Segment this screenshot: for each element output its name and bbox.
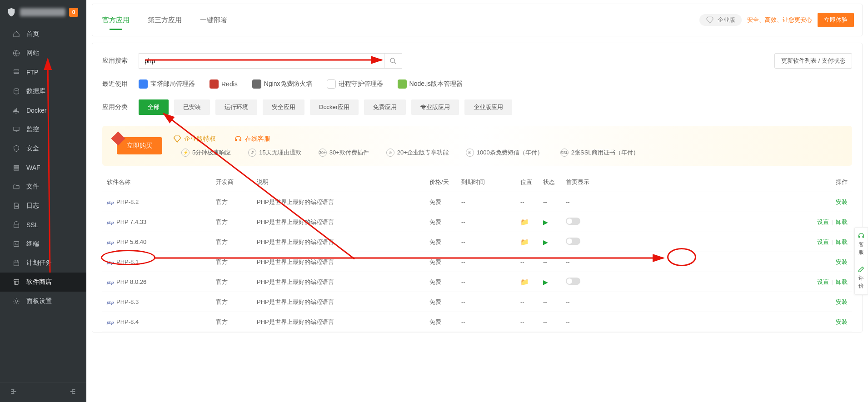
sidebar-item-shield[interactable]: 安全 — [0, 139, 86, 158]
sidebar-item-ssl[interactable]: SSL — [0, 215, 86, 234]
sidebar-item-waf[interactable]: WAF — [0, 158, 86, 177]
online-cs-link[interactable]: 在线客服 — [234, 135, 270, 143]
software-table: 软件名称 开发商 说明 价格/天 到期时间 位置 状态 首页显示 操作 phpP… — [102, 172, 852, 332]
sidebar-item-home[interactable]: 首页 — [0, 25, 86, 44]
category-button[interactable]: 免费应用 — [364, 99, 406, 115]
crown-icon — [173, 135, 181, 143]
collapse-left-icon[interactable] — [10, 388, 17, 397]
privilege-label: 企业版特权 — [173, 135, 216, 143]
install-link[interactable]: 安装 — [836, 318, 848, 325]
cell-position: -- — [520, 199, 543, 205]
settings-icon — [13, 298, 20, 305]
th-price: 价格/天 — [429, 178, 461, 186]
shield-icon — [13, 145, 20, 152]
content-card: 更新软件列表 / 支付状态 应用搜索 最近使用 宝塔邮局管理器RedisNgin… — [92, 43, 863, 333]
sidebar-item-settings[interactable]: 面板设置 — [0, 292, 86, 311]
headset-small-icon — [858, 232, 865, 239]
cron-icon — [13, 259, 20, 267]
try-now-button[interactable]: 立即体验 — [818, 13, 854, 27]
install-link[interactable]: 安装 — [836, 298, 848, 305]
install-link[interactable]: 安装 — [836, 258, 848, 265]
folder-icon[interactable]: 📁 — [520, 218, 529, 226]
category-button[interactable]: 全部 — [139, 99, 169, 115]
cell-developer: 官方 — [216, 318, 257, 326]
folder-icon[interactable]: 📁 — [520, 278, 529, 286]
recent-item-label: 进程守护管理器 — [339, 80, 383, 88]
sidebar-item-ftp[interactable]: FTP — [0, 63, 86, 82]
tab-官方应用[interactable]: 官方应用 — [102, 4, 130, 36]
settings-link[interactable]: 设置 — [817, 278, 829, 285]
home-toggle[interactable] — [566, 278, 580, 285]
uninstall-link[interactable]: 卸载 — [836, 238, 848, 245]
table-row: phpPHP-8.1 官方 PHP是世界上最好的编程语言 免费 -- -- --… — [102, 252, 852, 272]
sidebar-footer — [0, 382, 86, 402]
recent-item[interactable]: 宝塔邮局管理器 — [139, 79, 195, 89]
sidebar-item-label: SSL — [26, 221, 38, 228]
folder-icon[interactable]: 📁 — [520, 238, 529, 246]
uninstall-link[interactable]: 卸载 — [836, 218, 848, 225]
play-icon[interactable]: ▶ — [543, 218, 548, 226]
diamond-icon — [706, 16, 714, 24]
buy-now-button[interactable]: 立即购买 — [117, 137, 162, 154]
store-icon — [13, 278, 20, 286]
tab-一键部署[interactable]: 一键部署 — [200, 4, 227, 36]
sidebar-item-folder[interactable]: 文件 — [0, 177, 86, 196]
sidebar-item-label: 文件 — [26, 183, 39, 191]
sidebar-item-log[interactable]: 日志 — [0, 196, 86, 215]
cell-developer: 官方 — [216, 278, 257, 286]
app-icon — [210, 79, 219, 89]
sidebar-item-monitor[interactable]: 监控 — [0, 120, 86, 139]
cell-home — [566, 278, 634, 286]
monitor-icon — [13, 126, 20, 133]
sidebar-item-terminal[interactable]: 终端 — [0, 234, 86, 253]
sidebar-item-label: WAF — [26, 164, 40, 171]
app-icon — [398, 79, 407, 89]
cell-status: ▶ — [543, 278, 566, 286]
float-cs[interactable]: 客服 — [855, 228, 868, 261]
play-icon[interactable]: ▶ — [543, 278, 548, 286]
collapse-right-icon[interactable] — [69, 388, 76, 397]
software-name: PHP-8.4 — [116, 318, 139, 325]
cell-price: 免费 — [429, 318, 461, 326]
home-toggle[interactable] — [566, 238, 580, 245]
recent-item[interactable]: 进程守护管理器 — [327, 79, 383, 89]
th-action: 操作 — [634, 178, 852, 186]
category-button[interactable]: Docker应用 — [310, 99, 359, 115]
recent-item[interactable]: Redis — [210, 79, 238, 89]
search-input[interactable] — [139, 53, 384, 69]
uninstall-link[interactable]: 卸载 — [836, 278, 848, 285]
software-name: PHP 7.4.33 — [116, 218, 146, 225]
home-toggle[interactable] — [566, 218, 580, 225]
category-button[interactable]: 企业版应用 — [464, 99, 512, 115]
app-icon — [139, 79, 148, 89]
cell-home — [566, 238, 634, 246]
category-button[interactable]: 专业版应用 — [411, 99, 459, 115]
install-link[interactable]: 安装 — [836, 199, 848, 205]
settings-link[interactable]: 设置 — [817, 218, 829, 225]
sidebar-item-database[interactable]: 数据库 — [0, 82, 86, 101]
recent-item[interactable]: Nginx免费防火墙 — [252, 79, 312, 89]
recent-label: 最近使用 — [102, 80, 139, 88]
search-icon — [389, 57, 397, 65]
feature-icon: 30+ — [319, 149, 327, 157]
refresh-list-button[interactable]: 更新软件列表 / 支付状态 — [774, 53, 852, 69]
cell-price: 免费 — [429, 258, 461, 266]
sidebar-item-docker[interactable]: Docker — [0, 101, 86, 120]
enterprise-badge[interactable]: 企业版 — [699, 14, 742, 26]
notification-badge[interactable]: 0 — [69, 8, 78, 17]
tab-第三方应用[interactable]: 第三方应用 — [148, 4, 182, 36]
cell-price: 免费 — [429, 278, 461, 286]
sidebar-item-cron[interactable]: 计划任务 — [0, 253, 86, 273]
recent-item[interactable]: Node.js版本管理器 — [398, 79, 463, 89]
category-button[interactable]: 已安装 — [174, 99, 210, 115]
sidebar-item-globe[interactable]: 网站 — [0, 44, 86, 63]
category-button[interactable]: 运行环境 — [215, 99, 257, 115]
float-feedback[interactable]: 评价 — [855, 261, 868, 294]
settings-link[interactable]: 设置 — [817, 238, 829, 245]
software-name: PHP 8.0.26 — [116, 278, 146, 285]
cell-action: 安装 — [634, 318, 852, 326]
search-button[interactable] — [384, 53, 402, 69]
sidebar-item-store[interactable]: 软件商店 — [0, 273, 86, 292]
category-button[interactable]: 安全应用 — [263, 99, 304, 115]
play-icon[interactable]: ▶ — [543, 238, 548, 246]
